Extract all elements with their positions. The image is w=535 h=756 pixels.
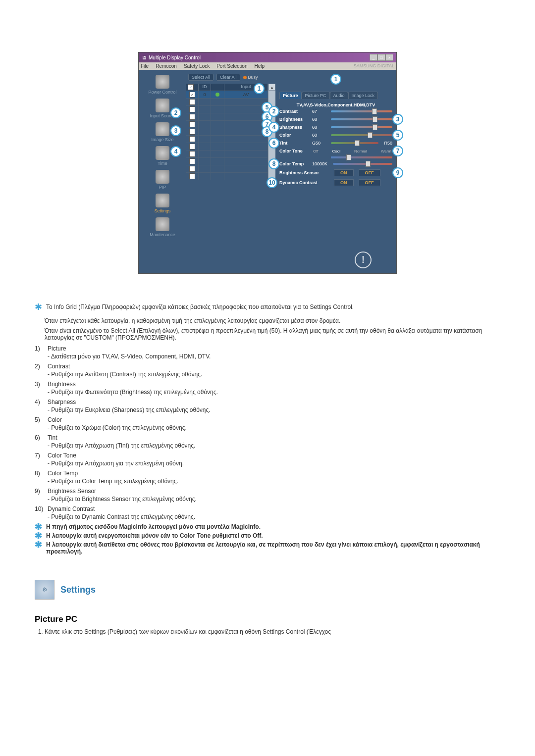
star-icon: ✱ [35,541,42,548]
brightness-sensor-on[interactable]: ON [334,169,354,176]
table-row[interactable]: 7 [186,121,268,128]
dynamic-contrast-on[interactable]: ON [334,179,354,186]
center-panel: Select All Clear All Busy ✓ ID Input ✓ [186,70,275,246]
table-row[interactable] [186,173,268,180]
list-item: 4)Sharpness [35,399,500,405]
section-header: ⚙ Settings [35,580,500,600]
brightness-sensor-off[interactable]: OFF [359,169,380,176]
note-para-2: Όταν είναι επιλεγμένο το Select All (Επι… [45,327,500,341]
list-item: 1)Picture [35,345,500,352]
maintenance-icon [156,217,169,231]
callout-3b: 3 [392,114,403,125]
menu-help[interactable]: Help [254,63,265,69]
footnotes: ✱Η πηγή σήματος εισόδου MagicInfo λειτου… [35,523,500,555]
table-row[interactable]: 6 [186,113,268,121]
callout-8b: 8 [268,158,279,169]
contrast-label: Contrast [279,109,312,114]
menu-port-selection[interactable]: Port Selection [216,63,247,69]
steps-list: Κάντε κλικ στο Settings (Ρυθμίσεις) των … [35,628,500,635]
tint-slider[interactable] [331,142,378,144]
list-item: 3)Brightness [35,381,500,388]
color-tone-options[interactable]: Off Cool Normal Warm [312,149,392,153]
nav-pip[interactable]: PIP [141,170,184,190]
close-button[interactable]: × [385,54,393,61]
nav-input-source[interactable]: Input Source 2 [141,99,184,118]
settings-icon [156,194,169,207]
brightness-value: 68 [312,117,331,122]
image-size-icon [156,122,169,136]
note-para-1: Όταν επιλέγεται κάθε λειτουργία, η καθορ… [45,317,500,324]
color-temp-slider[interactable] [333,163,392,165]
dynamic-contrast-label: Dynamic Contrast [279,180,329,185]
list-item: 5)Color [35,416,500,423]
nav-maintenance[interactable]: Maintenance [141,217,184,237]
dynamic-contrast-off[interactable]: OFF [359,179,380,186]
select-all-button[interactable]: Select All [188,74,214,81]
callout-6b: 6 [268,138,279,149]
tone-slider[interactable] [331,156,392,158]
status-led-icon [215,93,219,97]
row-checkbox[interactable]: ✓ [189,92,195,98]
brightness-slider[interactable] [331,118,392,120]
menu-bar: File Remocon Safety Lock Port Selection … [139,62,396,70]
contrast-slider[interactable] [331,110,392,112]
col-id: ID [199,84,211,91]
tint-value-r: R50 [378,141,392,146]
table-row[interactable] [186,165,268,173]
section-title: Settings [60,585,96,595]
table-row[interactable]: 8 [186,128,268,136]
table-row[interactable] [186,99,268,106]
right-panel: 1 Picture Picture PC Audio Image Lock TV… [275,70,396,246]
tint-value-g: G50 [312,141,331,146]
window-title: Multiple Display Control [149,55,201,60]
nav-power-control[interactable]: Power Control [141,75,184,95]
pip-icon [156,170,169,184]
callout-2b: 2 [268,106,279,117]
color-slider[interactable] [331,134,392,136]
left-nav: Power Control Input Source 2 Image Size … [139,70,186,246]
settings-section-icon: ⚙ [35,580,54,600]
footnote: ✱Η πηγή σήματος εισόδου MagicInfo λειτου… [35,523,500,530]
tab-picture[interactable]: Picture [279,92,302,99]
nav-image-size[interactable]: Image Size 3 [141,122,184,142]
star-icon: ✱ [35,532,42,539]
step-1: Κάντε κλικ στο Settings (Ρυθμίσεις) των … [45,628,500,635]
star-icon: ✱ [35,303,42,310]
list-item: 10)Dynamic Contrast [35,505,500,512]
list-item: 6)Tint [35,434,500,441]
tab-audio[interactable]: Audio [330,92,348,99]
tab-picture-pc[interactable]: Picture PC [302,92,330,99]
menu-safety-lock[interactable]: Safety Lock [184,63,210,69]
menu-remocon[interactable]: Remocon [156,63,177,69]
header-checkbox[interactable]: ✓ [188,84,194,90]
list-item: 7)Color Tone [35,452,500,459]
menu-file[interactable]: File [141,63,149,69]
sharpness-value: 68 [312,125,331,130]
table-row[interactable] [186,136,268,143]
busy-dot-icon [243,76,247,79]
table-row[interactable] [186,158,268,165]
clear-all-button[interactable]: Clear All [216,74,240,81]
nav-time[interactable]: Time 4 [141,146,184,166]
maximize-button[interactable]: □ [377,54,385,61]
list-item: 9)Brightness Sensor [35,488,500,495]
table-row[interactable]: 5 [186,106,268,113]
tab-image-lock[interactable]: Image Lock [348,92,378,99]
sharpness-label: Sharpness [279,125,312,130]
sharpness-slider[interactable] [331,126,392,128]
info-icon[interactable]: ! [355,252,372,268]
color-tone-label: Color Tone [279,149,312,153]
title-bar: 🖥 Multiple Display Control _ □ × [139,52,396,62]
table-row[interactable] [186,151,268,158]
time-icon [156,146,169,160]
color-temp-value: 10000K [312,161,333,166]
list-item: 8)Color Temp [35,470,500,477]
nav-settings[interactable]: Settings [141,194,184,213]
footnote: ✱Η λειτουργία αυτή ενεργοποιείται μόνον … [35,532,500,539]
input-icon [156,99,169,112]
callout-9: 9 [392,167,403,178]
callout-4b: 4 [268,122,279,133]
scroll-up-icon[interactable]: ▲ [268,84,275,91]
table-row[interactable] [186,143,268,151]
minimize-button[interactable]: _ [370,54,377,61]
